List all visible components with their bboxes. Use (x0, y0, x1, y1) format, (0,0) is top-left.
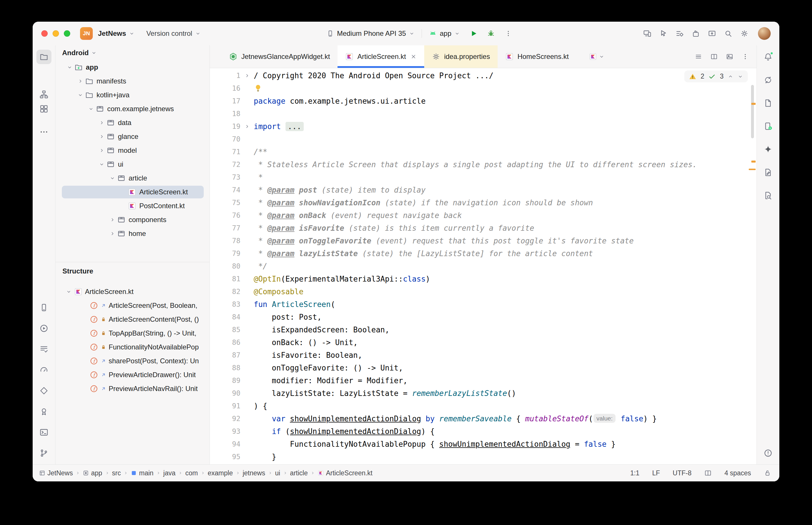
play-console-button[interactable] (36, 404, 51, 419)
code-with-me-icon[interactable] (657, 27, 670, 40)
tab-JetnewsGlanceAppWidget.kt[interactable]: JetnewsGlanceAppWidget.kt (221, 45, 338, 68)
breadcrumb-main[interactable]: main (131, 469, 153, 477)
screen-share-icon[interactable] (705, 27, 719, 40)
tab-list-button[interactable] (692, 50, 705, 63)
breadcrumb-java[interactable]: java (163, 469, 175, 477)
code-line-76[interactable]: 76 * @param onBack (event) request navig… (210, 209, 756, 222)
project-tree-item-glance[interactable]: glance (56, 130, 209, 144)
next-problem-icon[interactable] (737, 74, 743, 79)
device-mirroring-icon[interactable] (641, 27, 654, 40)
tab-idea.properties[interactable]: idea.properties (424, 45, 498, 68)
code-line-17[interactable]: 17package com.example.jetnews.ui.article (210, 95, 756, 107)
logcat-button[interactable] (36, 342, 51, 356)
previous-problem-icon[interactable] (728, 74, 734, 79)
code-line-83[interactable]: 83fun ArticleScreen( (210, 298, 756, 311)
write-access-icon[interactable] (764, 469, 771, 477)
device-explorer-button[interactable] (761, 96, 776, 110)
project-tree-item-manifests[interactable]: manifests (56, 74, 209, 88)
search-everywhere-icon[interactable] (722, 27, 735, 40)
project-tool-button[interactable] (36, 50, 51, 64)
code-line-77[interactable]: 77 * @param isFavorite (state) is this i… (210, 222, 756, 235)
run-configuration-selector[interactable]: app (429, 29, 460, 38)
editor-scrollbar[interactable] (751, 85, 754, 138)
fold-marker-icon[interactable] (240, 120, 254, 133)
tab-ArticleScreen.kt[interactable]: ArticleScreen.kt (338, 45, 424, 68)
code-line-1[interactable]: 1/ Copyright 2020 The Android Open Sourc… (210, 69, 756, 82)
caret-position[interactable]: 1:1 (630, 469, 639, 477)
fold-marker-icon[interactable] (240, 69, 254, 82)
settings-icon[interactable] (738, 27, 751, 40)
code-line-94[interactable]: 94 FunctionalityNotAvailablePopup { show… (210, 438, 756, 450)
structure-item-ArticleScreenContent(Post, ()[interactable]: fArticleScreenContent(Post, () (56, 313, 209, 326)
breadcrumb-example[interactable]: example (208, 469, 233, 477)
code-line-80[interactable]: 80 */ (210, 260, 756, 273)
run-tool-button[interactable] (36, 321, 51, 335)
code-line-90[interactable]: 90 lazyListState: LazyListState = rememb… (210, 387, 756, 400)
warning-stripe-mark[interactable] (751, 103, 756, 105)
breadcrumb-ui[interactable]: ui (275, 469, 280, 477)
code-line-86[interactable]: 86 onBack: () -> Unit, (210, 336, 756, 349)
debug-button[interactable] (484, 27, 498, 40)
gradle-sync-button[interactable] (761, 73, 776, 87)
intention-bulb-icon[interactable] (254, 84, 262, 92)
code-line-84[interactable]: 84 post: Post, (210, 311, 756, 324)
more-tool-windows-button[interactable] (36, 125, 51, 139)
chevron-right-icon[interactable] (99, 120, 105, 125)
code-line-19[interactable]: 19import ... (210, 120, 756, 133)
breadcrumb-ArticleScreen.kt[interactable]: ArticleScreen.kt (318, 469, 372, 477)
inspection-widget[interactable]: 2 3 (684, 71, 748, 82)
chevron-down-icon[interactable] (77, 92, 83, 98)
structure-item-PreviewArticleDrawer(): Unit[interactable]: fPreviewArticleDrawer(): Unit (56, 368, 209, 382)
code-line-73[interactable]: 73 * (210, 171, 756, 184)
warning-stripe-mark[interactable] (749, 169, 756, 170)
breadcrumb-article[interactable]: article (290, 469, 308, 477)
chevron-down-icon[interactable] (88, 106, 94, 112)
structure-item-FunctionalityNotAvailablePop[interactable]: fFunctionalityNotAvailablePop (56, 340, 209, 354)
chevron-right-icon[interactable] (99, 134, 105, 139)
code-line-91[interactable]: 91) { (210, 400, 756, 412)
plugins-icon[interactable] (689, 27, 703, 40)
file-encoding[interactable]: UTF-8 (673, 469, 692, 477)
code-line-87[interactable]: 87 isFavorite: Boolean, (210, 349, 756, 362)
split-editor-button[interactable] (707, 50, 721, 63)
device-manager-button[interactable] (36, 300, 51, 315)
avatar[interactable] (758, 27, 771, 40)
code-line-93[interactable]: 93 if (showUnimplementedActionDialog) { (210, 425, 756, 438)
structure-item-sharePost(Post, Context): Un[interactable]: fsharePost(Post, Context): Un (56, 354, 209, 368)
project-tree-item-home[interactable]: home (56, 227, 209, 241)
code-line-72[interactable]: 72 * Stateless Article Screen that displ… (210, 158, 756, 171)
line-separator[interactable]: LF (652, 469, 660, 477)
chevron-down-icon[interactable] (67, 64, 73, 70)
project-tree-item-ArticleScreen.kt[interactable]: ArticleScreen.kt (56, 185, 209, 199)
editor-columns-icon[interactable] (704, 469, 712, 477)
project-tree-item-com.example.jetnews[interactable]: com.example.jetnews (56, 102, 209, 116)
problems-button[interactable] (761, 446, 776, 460)
code-line-79[interactable]: 79 * @param lazyListState (state) the [L… (210, 247, 756, 260)
close-tab-icon[interactable] (410, 54, 417, 60)
project-view-selector[interactable]: Android (56, 45, 209, 60)
code-line-89[interactable]: 89 modifier: Modifier = Modifier, (210, 374, 756, 387)
code-line-18[interactable]: 18 (210, 107, 756, 120)
app-quality-insights-button[interactable] (36, 384, 51, 398)
live-edit-button[interactable] (761, 165, 776, 180)
chevron-right-icon[interactable] (77, 78, 83, 84)
chevron-down-icon[interactable] (99, 162, 105, 167)
device-selector[interactable]: Medium Phone API 35 (326, 29, 415, 38)
breadcrumb-app[interactable]: app (83, 469, 102, 477)
close-window-button[interactable] (41, 30, 48, 37)
more-run-options-button[interactable] (502, 27, 515, 40)
project-tree-item-data[interactable]: data (56, 116, 209, 130)
code-line-78[interactable]: 78 * @param onToggleFavorite (event) req… (210, 235, 756, 247)
breadcrumb-jetnews[interactable]: jetnews (243, 469, 265, 477)
hidden-tabs-dropdown[interactable] (589, 45, 605, 68)
preview-button[interactable] (723, 50, 736, 63)
code-line-71[interactable]: 71/** (210, 146, 756, 158)
minimize-window-button[interactable] (53, 30, 59, 37)
chevron-down-icon[interactable] (109, 175, 115, 181)
project-tree-item-components[interactable]: components (56, 213, 209, 227)
commit-tool-button[interactable] (36, 87, 51, 102)
structure-root-item[interactable]: ArticleScreen.kt (56, 285, 209, 299)
code-line-81[interactable]: 81@OptIn(ExperimentalMaterial3Api::class… (210, 273, 756, 285)
chevron-down-icon[interactable] (66, 289, 72, 295)
version-control-menu[interactable]: Version control (146, 29, 201, 38)
